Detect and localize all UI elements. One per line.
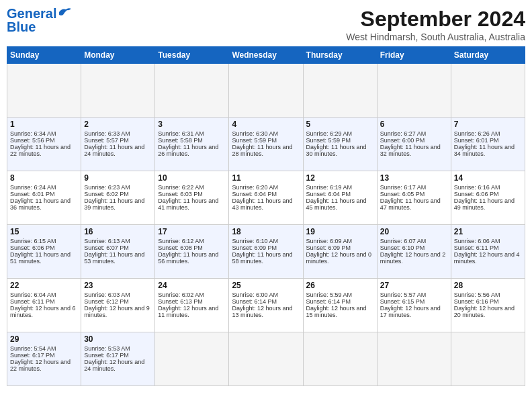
day-number: 17	[158, 227, 226, 236]
sunset-text: Sunset: 6:00 PM	[380, 137, 448, 144]
daylight-text: Daylight: 11 hours and 56 minutes.	[158, 251, 226, 265]
calendar-cell	[451, 64, 525, 118]
day-number: 23	[84, 281, 152, 290]
daylight-text: Daylight: 11 hours and 24 minutes.	[84, 144, 152, 157]
sunset-text: Sunset: 6:01 PM	[10, 191, 78, 197]
day-number: 28	[454, 281, 522, 290]
daylight-text: Daylight: 11 hours and 43 minutes.	[232, 197, 300, 211]
header: General Blue September 2024 West Hindmar…	[7, 7, 525, 42]
sunset-text: Sunset: 6:17 PM	[10, 352, 78, 359]
calendar-cell: 22Sunrise: 6:04 AMSunset: 6:11 PMDayligh…	[7, 279, 81, 332]
calendar-table: SundayMondayTuesdayWednesdayThursdayFrid…	[7, 46, 525, 386]
daylight-text: Daylight: 11 hours and 36 minutes.	[10, 197, 78, 211]
calendar-cell: 2Sunrise: 6:33 AMSunset: 5:57 PMDaylight…	[81, 118, 155, 171]
calendar-cell	[303, 332, 377, 386]
daylight-text: Daylight: 12 hours and 24 minutes.	[84, 359, 152, 372]
sunset-text: Sunset: 6:04 PM	[232, 191, 300, 197]
sunset-text: Sunset: 6:12 PM	[84, 298, 152, 305]
daylight-text: Daylight: 12 hours and 22 minutes.	[10, 359, 78, 372]
day-number: 8	[10, 173, 78, 183]
calendar-cell	[451, 332, 525, 386]
calendar-cell: 16Sunrise: 6:13 AMSunset: 6:07 PMDayligh…	[81, 225, 155, 279]
sunrise-text: Sunrise: 6:16 AM	[454, 184, 522, 191]
sunset-text: Sunset: 6:14 PM	[232, 298, 300, 305]
daylight-text: Daylight: 12 hours and 15 minutes.	[306, 305, 374, 318]
calendar-cell	[81, 64, 155, 118]
sunrise-text: Sunrise: 6:27 AM	[380, 130, 448, 137]
sunset-text: Sunset: 6:06 PM	[10, 244, 78, 251]
sunrise-text: Sunrise: 6:07 AM	[380, 238, 448, 244]
header-thursday: Thursday	[303, 47, 377, 64]
sunrise-text: Sunrise: 6:12 AM	[158, 238, 226, 244]
header-sunday: Sunday	[7, 47, 81, 64]
calendar-header-row: SundayMondayTuesdayWednesdayThursdayFrid…	[7, 47, 525, 64]
day-number: 15	[10, 227, 78, 236]
calendar-cell	[155, 64, 229, 118]
calendar-cell: 20Sunrise: 6:07 AMSunset: 6:10 PMDayligh…	[377, 225, 451, 279]
daylight-text: Daylight: 11 hours and 41 minutes.	[158, 197, 226, 211]
sunset-text: Sunset: 6:14 PM	[306, 298, 374, 305]
calendar-cell: 4Sunrise: 6:30 AMSunset: 5:59 PMDaylight…	[229, 118, 303, 171]
day-number: 2	[84, 120, 152, 129]
day-number: 9	[84, 173, 152, 183]
calendar-cell: 28Sunrise: 5:56 AMSunset: 6:16 PMDayligh…	[451, 279, 525, 332]
daylight-text: Daylight: 12 hours and 20 minutes.	[454, 305, 522, 318]
sunrise-text: Sunrise: 5:54 AM	[10, 345, 78, 352]
day-number: 21	[454, 227, 522, 236]
calendar-cell: 25Sunrise: 6:00 AMSunset: 6:14 PMDayligh…	[229, 279, 303, 332]
day-number: 22	[10, 281, 78, 290]
calendar-cell	[303, 64, 377, 118]
calendar-cell: 27Sunrise: 5:57 AMSunset: 6:15 PMDayligh…	[377, 279, 451, 332]
day-number: 10	[158, 173, 226, 183]
sunset-text: Sunset: 5:56 PM	[10, 137, 78, 144]
sunrise-text: Sunrise: 6:02 AM	[158, 291, 226, 298]
sunrise-text: Sunrise: 5:57 AM	[380, 291, 448, 298]
calendar-cell: 6Sunrise: 6:27 AMSunset: 6:00 PMDaylight…	[377, 118, 451, 171]
day-number: 29	[10, 334, 78, 344]
calendar-week-row: 1Sunrise: 6:34 AMSunset: 5:56 PMDaylight…	[7, 118, 525, 171]
calendar-cell: 8Sunrise: 6:24 AMSunset: 6:01 PMDaylight…	[7, 171, 81, 225]
logo-general: General	[7, 6, 56, 21]
daylight-text: Daylight: 11 hours and 53 minutes.	[84, 251, 152, 265]
sunset-text: Sunset: 5:58 PM	[158, 137, 226, 144]
location-subtitle: West Hindmarsh, South Australia, Austral…	[346, 32, 525, 42]
daylight-text: Daylight: 12 hours and 6 minutes.	[10, 305, 78, 318]
sunset-text: Sunset: 6:15 PM	[380, 298, 448, 305]
calendar-week-row: 29Sunrise: 5:54 AMSunset: 6:17 PMDayligh…	[7, 332, 525, 386]
daylight-text: Daylight: 11 hours and 34 minutes.	[454, 144, 522, 157]
day-number: 11	[232, 173, 300, 183]
sunset-text: Sunset: 6:16 PM	[454, 298, 522, 305]
day-number: 26	[306, 281, 374, 290]
sunrise-text: Sunrise: 6:33 AM	[84, 130, 152, 137]
calendar-cell: 3Sunrise: 6:31 AMSunset: 5:58 PMDaylight…	[155, 118, 229, 171]
sunrise-text: Sunrise: 6:24 AM	[10, 184, 78, 191]
calendar-cell: 17Sunrise: 6:12 AMSunset: 6:08 PMDayligh…	[155, 225, 229, 279]
day-number: 7	[454, 120, 522, 129]
sunrise-text: Sunrise: 6:00 AM	[232, 291, 300, 298]
header-monday: Monday	[81, 47, 155, 64]
header-wednesday: Wednesday	[229, 47, 303, 64]
day-number: 6	[380, 120, 448, 129]
sunrise-text: Sunrise: 6:13 AM	[84, 238, 152, 244]
daylight-text: Daylight: 11 hours and 26 minutes.	[158, 144, 226, 157]
day-number: 20	[380, 227, 448, 236]
sunset-text: Sunset: 6:10 PM	[380, 244, 448, 251]
daylight-text: Daylight: 11 hours and 45 minutes.	[306, 197, 374, 211]
daylight-text: Daylight: 12 hours and 2 minutes.	[380, 251, 448, 265]
day-number: 1	[10, 120, 78, 129]
day-number: 12	[306, 173, 374, 183]
calendar-week-row: 15Sunrise: 6:15 AMSunset: 6:06 PMDayligh…	[7, 225, 525, 279]
sunrise-text: Sunrise: 5:59 AM	[306, 291, 374, 298]
sunrise-text: Sunrise: 6:03 AM	[84, 291, 152, 298]
calendar-cell: 5Sunrise: 6:29 AMSunset: 5:59 PMDaylight…	[303, 118, 377, 171]
sunset-text: Sunset: 6:02 PM	[84, 191, 152, 197]
day-number: 13	[380, 173, 448, 183]
sunrise-text: Sunrise: 6:22 AM	[158, 184, 226, 191]
sunrise-text: Sunrise: 6:26 AM	[454, 130, 522, 137]
daylight-text: Daylight: 12 hours and 4 minutes.	[454, 251, 522, 265]
sunrise-text: Sunrise: 5:56 AM	[454, 291, 522, 298]
sunset-text: Sunset: 6:05 PM	[380, 191, 448, 197]
daylight-text: Daylight: 11 hours and 47 minutes.	[380, 197, 448, 211]
sunrise-text: Sunrise: 6:20 AM	[232, 184, 300, 191]
daylight-text: Daylight: 11 hours and 58 minutes.	[232, 251, 300, 265]
